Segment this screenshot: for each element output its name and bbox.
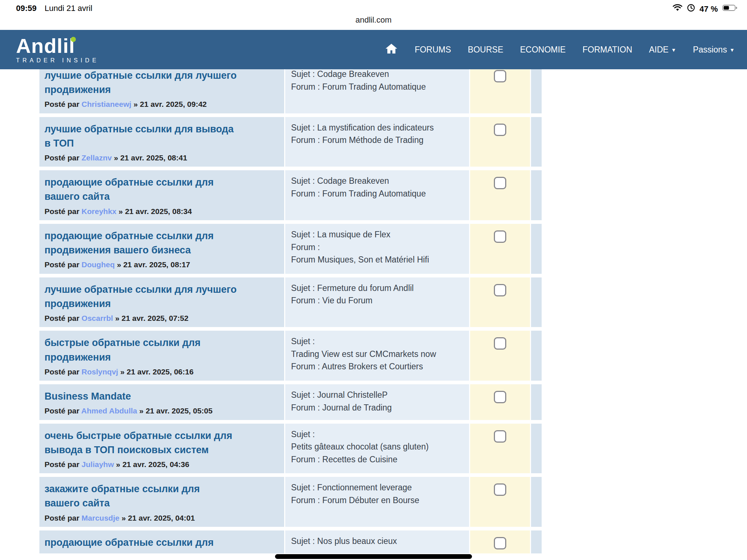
topic-title-link[interactable]: лучшие обратные ссылки для лучшего продв…: [44, 69, 277, 97]
select-topic-checkbox[interactable]: [494, 391, 506, 403]
nav-item-formation[interactable]: FORMATION: [582, 45, 632, 55]
home-indicator-bar[interactable]: [275, 554, 472, 559]
nav-home-button[interactable]: [385, 43, 398, 57]
posted-sep: »: [121, 514, 126, 522]
topic-list: лучшие обратные ссылки для лучшего продв…: [39, 69, 543, 560]
info-line-sujet: Sujet : La mystification des indicateurs: [291, 121, 463, 134]
row-strip: [531, 384, 542, 420]
nav-label: FORMATION: [582, 45, 632, 55]
topic-title-link[interactable]: закажите обратные ссылки для вашего сайт…: [44, 482, 277, 510]
info-cell: Sujet : Trading View est sur CMCmarkets …: [285, 331, 469, 381]
select-cell: [470, 224, 530, 274]
author-link[interactable]: Koreyhkx: [82, 207, 117, 215]
select-topic-checkbox[interactable]: [494, 483, 506, 496]
select-topic-checkbox[interactable]: [494, 430, 506, 443]
info-line-forum-name: Forum Musiques, Son et Matériel Hifi: [291, 253, 463, 266]
posted-sep: »: [114, 153, 118, 162]
nav-item-passions[interactable]: Passions▼: [693, 45, 735, 55]
author-link[interactable]: Roslynqvj: [82, 368, 118, 376]
info-cell: Sujet : Fonctionnement leverage Forum : …: [285, 477, 469, 527]
wifi-icon: [673, 4, 682, 14]
info-line-sujet: Sujet : Fonctionnement leverage: [291, 481, 463, 494]
select-cell: [470, 331, 530, 381]
logo-tagline: TRADER INSIDE: [16, 58, 99, 63]
posted-line: Posté par Oscarrbl » 21 avr. 2025, 07:52: [44, 313, 277, 323]
select-topic-checkbox[interactable]: [494, 537, 506, 549]
posted-sep: »: [116, 460, 120, 468]
info-line-forum: Forum : Recettes de Cuisine: [291, 453, 463, 466]
status-bar: 09:59 Lundi 21 avril andlil.com 47 %: [0, 0, 747, 30]
info-cell: Sujet : Nos plus beaux cieux: [285, 530, 469, 553]
topic-title-link[interactable]: быстрые обратные ссылки для продвижения: [44, 336, 277, 364]
select-topic-checkbox[interactable]: [494, 124, 506, 136]
select-topic-checkbox[interactable]: [494, 230, 506, 243]
topic-title-link[interactable]: Business Mandate: [44, 389, 277, 404]
select-topic-checkbox[interactable]: [494, 337, 506, 350]
table-row: лучшие обратные ссылки для лучшего продв…: [39, 277, 543, 327]
select-topic-checkbox[interactable]: [494, 177, 506, 189]
select-cell: [470, 277, 530, 327]
info-line-sujet: Sujet :: [291, 428, 463, 441]
author-link[interactable]: Christianeewj: [82, 100, 132, 108]
table-row: лучшие обратные ссылки для вывода в ТОП …: [39, 117, 543, 167]
nav-item-economie[interactable]: ECONOMIE: [520, 45, 566, 55]
posted-prefix: Posté par: [44, 368, 80, 376]
posted-prefix: Posté par: [44, 153, 80, 162]
posted-line: Posté par Ahmed Abdulla » 21 avr. 2025, …: [44, 405, 277, 416]
info-line-forum: Forum : Vie du Forum: [291, 294, 463, 307]
nav-item-bourse[interactable]: BOURSE: [468, 45, 503, 55]
topic-cell: Business Mandate Posté par Ahmed Abdulla…: [39, 384, 284, 420]
logo-green-dot-icon: [71, 37, 76, 42]
posted-date: 21 avr. 2025, 08:17: [123, 260, 190, 269]
info-line-sujet-name: Trading View est sur CMCmarkets now: [291, 348, 463, 361]
table-row: продающие обратные ссылки для Sujet : No…: [39, 530, 543, 553]
topic-cell: очень быстрые обратные ссылки для вывода…: [39, 424, 284, 474]
topic-cell: лучшие обратные ссылки для вывода в ТОП …: [39, 117, 284, 167]
posted-prefix: Posté par: [44, 407, 80, 415]
select-cell: [470, 530, 530, 553]
author-link[interactable]: Ahmed Abdulla: [81, 407, 137, 415]
author-link[interactable]: Oscarrbl: [82, 314, 113, 322]
info-line-sujet: Sujet : Journal ChristelleP: [291, 389, 463, 401]
topic-title-link[interactable]: продающие обратные ссылки для продвижени…: [44, 229, 277, 257]
nav-item-aide[interactable]: AIDE▼: [649, 45, 676, 55]
select-topic-checkbox[interactable]: [494, 284, 506, 296]
posted-line: Posté par Koreyhkx » 21 avr. 2025, 08:34: [44, 206, 277, 217]
posted-line: Posté par Roslynqvj » 21 avr. 2025, 06:1…: [44, 366, 277, 377]
logo-text: Andlil: [16, 36, 99, 56]
posted-date: 21 avr. 2025, 04:01: [128, 514, 195, 522]
select-cell: [470, 424, 530, 474]
topic-cell: продающие обратные ссылки для продвижени…: [39, 224, 284, 274]
site-logo[interactable]: Andlil TRADER INSIDE: [16, 36, 99, 63]
clock-time: 09:59: [16, 4, 36, 13]
author-link[interactable]: Juliayhw: [82, 460, 114, 468]
topic-cell: продающие обратные ссылки для: [39, 530, 284, 553]
posted-prefix: Posté par: [44, 514, 80, 522]
topic-title-link[interactable]: продающие обратные ссылки для: [44, 536, 277, 550]
topic-title-link[interactable]: лучшие обратные ссылки для лучшего продв…: [44, 283, 277, 311]
status-left: 09:59 Lundi 21 avril: [16, 4, 92, 13]
topic-title-link[interactable]: продающие обратные ссылки для вашего сай…: [44, 175, 277, 204]
info-cell: Sujet : Journal ChristelleP Forum : Jour…: [285, 384, 469, 420]
posted-sep: »: [117, 260, 121, 269]
info-cell: Sujet : Fermeture du forum Andlil Forum …: [285, 277, 469, 327]
select-topic-checkbox[interactable]: [494, 70, 506, 82]
table-row: Business Mandate Posté par Ahmed Abdulla…: [39, 384, 543, 420]
topic-title-link[interactable]: очень быстрые обратные ссылки для вывода…: [44, 429, 277, 457]
nav-item-forums[interactable]: FORUMS: [415, 45, 451, 55]
info-cell: Sujet : La mystification des indicateurs…: [285, 117, 469, 167]
info-line-sujet: Sujet : Codage Breakeven: [291, 69, 463, 81]
row-strip: [531, 477, 542, 527]
posted-sep: »: [139, 407, 144, 415]
nav-label: ECONOMIE: [520, 45, 566, 55]
author-link[interactable]: Dougheq: [82, 260, 115, 269]
topic-title-link[interactable]: лучшие обратные ссылки для вывода в ТОП: [44, 122, 277, 151]
posted-line: Posté par Christianeewj » 21 avr. 2025, …: [44, 99, 277, 109]
nav-label: BOURSE: [468, 45, 503, 55]
row-strip: [531, 69, 542, 113]
author-link[interactable]: Marcusdje: [82, 514, 120, 522]
posted-line: Posté par Juliayhw » 21 avr. 2025, 04:36: [44, 459, 277, 470]
author-link[interactable]: Zellaznv: [82, 153, 112, 162]
chevron-down-icon: ▼: [671, 47, 676, 53]
info-cell: Sujet : Codage Breakeven Forum : Forum T…: [285, 170, 469, 220]
